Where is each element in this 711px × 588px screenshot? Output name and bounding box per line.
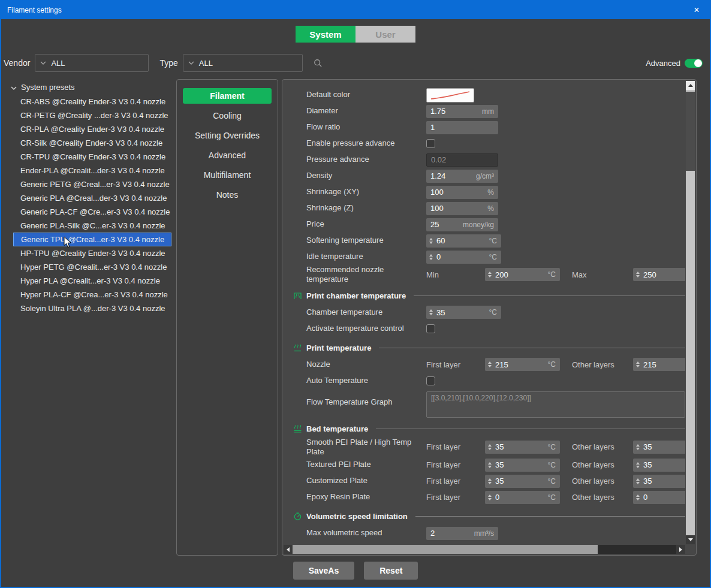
scroll-down-button[interactable] <box>686 535 695 544</box>
page-tab-filament[interactable]: Filament <box>183 88 272 104</box>
setting-row-nozzle: NozzleFirst layer215°COther layers215°C <box>284 357 685 373</box>
page-tab-setting-overrides[interactable]: Setting Overrides <box>183 128 272 143</box>
enable-pressure-advance-checkbox[interactable] <box>426 139 435 148</box>
epoxy-resin-plate-first-layer-spinner[interactable]: 0°C <box>485 491 560 504</box>
section-divider <box>415 516 685 517</box>
scroll-right-button[interactable] <box>676 545 685 554</box>
vendor-dropdown[interactable]: ALL <box>35 54 149 72</box>
idle-temperature-spinner[interactable]: 0°C <box>426 251 501 264</box>
vertical-scroll-thumb[interactable] <box>686 92 695 171</box>
preset-item[interactable]: CR-Silk @Creality Ender-3 V3 0.4 nozzle <box>13 136 171 150</box>
page-tab-multifilament[interactable]: Multifilament <box>183 167 272 183</box>
preset-item[interactable]: Generic PLA-CF @Cre...er-3 V3 0.4 nozzle <box>13 205 171 219</box>
nozzle-other-layers-spinner[interactable]: 215°C <box>633 358 685 371</box>
scroll-left-button[interactable] <box>284 545 293 554</box>
customized-plate-other-layers-spinner[interactable]: 35°C <box>633 475 685 488</box>
preset-item[interactable]: Generic PLA @Creal...der-3 V3 0.4 nozzle <box>13 191 171 205</box>
spinner-arrows-icon[interactable] <box>636 361 640 367</box>
chamber-temperature-icon <box>293 291 302 300</box>
spinner-arrows-icon[interactable] <box>488 494 492 500</box>
preset-group-header[interactable]: System presets <box>4 79 173 95</box>
type-dropdown[interactable]: ALL <box>183 54 303 72</box>
preset-item[interactable]: Generic PLA-Silk @C...er-3 V3 0.4 nozzle <box>13 219 171 233</box>
advanced-toggle[interactable] <box>685 59 703 68</box>
setting-row-chamber-temperature: Chamber temperature35°C <box>284 304 685 321</box>
spin-down-icon <box>488 365 492 367</box>
textured-pei-plate-other-layers-spinner[interactable]: 35°C <box>633 459 685 472</box>
close-button[interactable]: × <box>683 1 710 19</box>
preset-item[interactable]: CR-ABS @Creality Ender-3 V3 0.4 nozzle <box>13 95 171 108</box>
search-icon[interactable] <box>314 59 323 68</box>
smooth-pei-plate-high-temp-plate-first-layer-spinner[interactable]: 35°C <box>485 441 560 454</box>
spinner-arrows-icon[interactable] <box>636 462 640 468</box>
spinner-arrows-icon[interactable] <box>636 478 640 484</box>
recommended-nozzle-temperature-max-spinner[interactable]: 250°C <box>633 268 685 281</box>
spinner-arrows-icon[interactable] <box>488 478 492 484</box>
spinner-arrows-icon[interactable] <box>429 254 433 260</box>
unit-label: °C <box>489 253 497 261</box>
spinner-value: 35 <box>495 477 548 486</box>
spinner-arrows-icon[interactable] <box>488 272 492 278</box>
setting-label: Pressure advance <box>306 155 426 164</box>
smooth-pei-plate-high-temp-plate-other-layers-spinner[interactable]: 35°C <box>633 441 685 454</box>
scroll-up-button[interactable] <box>686 81 695 90</box>
textured-pei-plate-first-layer-spinner[interactable]: 35°C <box>485 459 560 472</box>
spinner-arrows-icon[interactable] <box>636 494 640 500</box>
recommended-nozzle-temperature-min-spinner[interactable]: 200°C <box>485 268 560 281</box>
spinner-arrows-icon[interactable] <box>636 272 640 278</box>
activate-temperature-control-checkbox[interactable] <box>426 324 435 333</box>
unit-label: °C <box>489 237 497 245</box>
preset-item[interactable]: Hyper PLA-CF @Crea...er-3 V3 0.4 nozzle <box>13 288 171 301</box>
setting-label: Softening temperature <box>306 236 426 245</box>
shrinkage-z-input[interactable]: 100% <box>426 202 498 215</box>
sub-label: First layer <box>426 477 485 486</box>
preset-item[interactable]: CR-PETG @Creality ...der-3 V3 0.4 nozzle <box>13 108 171 122</box>
spinner-arrows-icon[interactable] <box>488 462 492 468</box>
preset-item[interactable]: Ender-PLA @Crealit...der-3 V3 0.4 nozzle <box>13 164 171 177</box>
setting-label: Enable pressure advance <box>306 138 426 148</box>
spinner-arrows-icon[interactable] <box>488 361 492 367</box>
preset-item[interactable]: CR-PLA @Creality Ender-3 V3 0.4 nozzle <box>13 122 171 136</box>
close-icon: × <box>694 5 699 16</box>
input-value: 25 <box>430 220 463 229</box>
auto-temperature-checkbox[interactable] <box>426 376 435 385</box>
shrinkage-xy-input[interactable]: 100% <box>426 186 498 199</box>
spinner-arrows-icon[interactable] <box>429 238 433 244</box>
horizontal-scroll-thumb[interactable] <box>293 545 598 554</box>
preset-item[interactable]: CR-TPU @Creality Ender-3 V3 0.4 nozzle <box>13 150 171 164</box>
price-input[interactable]: 25money/kg <box>426 218 498 231</box>
setting-row-activate-temperature-control: Activate temperature control <box>284 321 685 337</box>
spinner-value: 0 <box>495 493 548 502</box>
spinner-arrows-icon[interactable] <box>636 444 640 450</box>
softening-temperature-spinner[interactable]: 60°C <box>426 234 501 248</box>
page-tab-notes[interactable]: Notes <box>183 187 272 203</box>
spin-up-icon <box>636 462 640 465</box>
customized-plate-first-layer-spinner[interactable]: 35°C <box>485 475 560 488</box>
diameter-input[interactable]: 1.75mm <box>426 105 498 118</box>
spin-up-icon <box>488 462 492 465</box>
preset-item[interactable]: Soleyin Ultra PLA @...der-3 V3 0.4 nozzl… <box>13 301 171 315</box>
preset-item[interactable]: HP-TPU @Creality Ender-3 V3 0.4 nozzle <box>13 246 171 260</box>
spinner-arrows-icon[interactable] <box>488 444 492 450</box>
tree-collapse-icon[interactable] <box>11 83 17 92</box>
preset-item[interactable]: Hyper PLA @Crealit...er-3 V3 0.4 nozzle <box>13 274 171 288</box>
horizontal-scroll-track[interactable] <box>598 545 676 554</box>
tab-system[interactable]: System <box>296 26 356 43</box>
preset-item-selected[interactable]: Generic TPU @Creal...er-3 V3 0.4 nozzle <box>13 233 171 246</box>
tab-user[interactable]: User <box>356 26 415 43</box>
epoxy-resin-plate-other-layers-spinner[interactable]: 0°C <box>633 491 685 504</box>
preset-item[interactable]: Hyper PETG @Crealit...er-3 V3 0.4 nozzle <box>13 260 171 274</box>
default-color-swatch[interactable] <box>426 88 474 102</box>
spinner-arrows-icon[interactable] <box>429 309 433 315</box>
chamber-temperature-spinner[interactable]: 35°C <box>426 306 501 319</box>
page-tab-cooling[interactable]: Cooling <box>183 108 272 123</box>
max-volumetric-speed-input[interactable]: 2mm³/s <box>426 527 498 540</box>
flow-ratio-input[interactable]: 1 <box>426 121 498 134</box>
preset-item[interactable]: Generic PETG @Creal...er-3 V3 0.4 nozzle <box>13 177 171 191</box>
save-as-button[interactable]: SaveAs <box>293 562 355 580</box>
vertical-scroll-track[interactable] <box>686 90 695 535</box>
density-input[interactable]: 1.24g/cm³ <box>426 170 498 183</box>
page-tab-advanced[interactable]: Advanced <box>183 147 272 163</box>
nozzle-first-layer-spinner[interactable]: 215°C <box>485 358 560 371</box>
reset-button[interactable]: Reset <box>364 562 418 580</box>
